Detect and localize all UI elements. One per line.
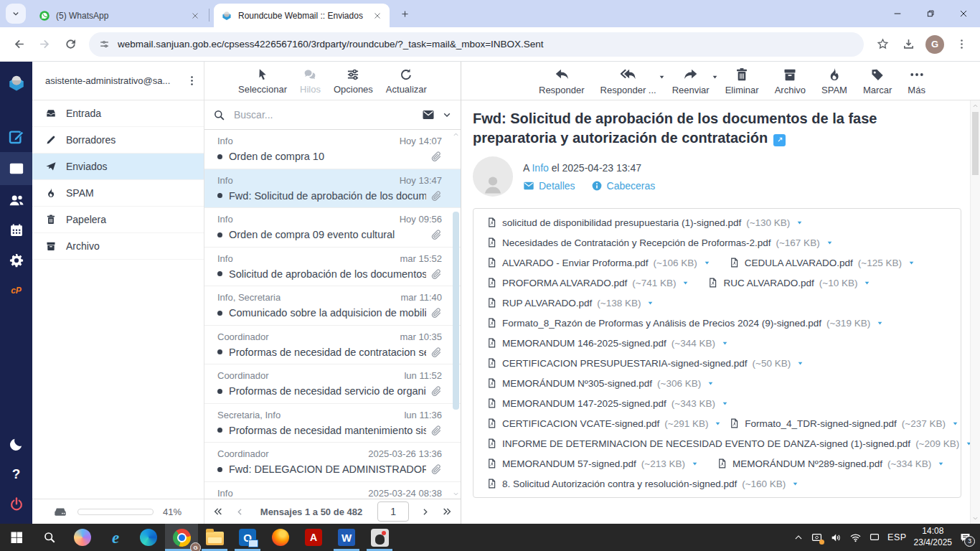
attachment-name[interactable]: MEMORANDUM 146-2025-signed.pdf xyxy=(502,338,666,349)
archivo-button[interactable]: Archivo xyxy=(775,67,806,95)
folder-item-papelera[interactable]: Papelera xyxy=(32,207,204,233)
notifications-button[interactable]: 3 xyxy=(959,532,971,544)
tab-close-icon[interactable] xyxy=(371,9,384,22)
taskbar-word-icon[interactable]: W xyxy=(330,524,363,551)
folder-item-spam[interactable]: SPAM xyxy=(32,180,204,207)
tab-close-icon[interactable] xyxy=(189,9,202,22)
scroll-up-icon[interactable] xyxy=(453,131,459,138)
cpanel-button[interactable]: cP xyxy=(0,276,32,306)
browser-tab-roundcube[interactable]: Roundcube Webmail :: Enviados xyxy=(214,4,390,27)
attachment-name[interactable]: Formato_8_Razón de Proformas y Análisis … xyxy=(502,318,821,329)
attachment-name[interactable]: CERTIFICACION VCATE-signed.pdf xyxy=(502,418,659,429)
attachment-name[interactable]: RUC ALVARADO.pdf xyxy=(723,278,814,288)
taskbar-search-icon[interactable] xyxy=(33,524,66,551)
attachment-item[interactable]: RUP ALVARADO.pdf(~138 KB) xyxy=(486,296,654,309)
last-page-button[interactable] xyxy=(441,506,453,517)
attachment-menu-icon[interactable] xyxy=(797,360,804,367)
attachment-item[interactable]: 8. Solicitud Autorización contra y resol… xyxy=(486,477,798,490)
folder-item-entrada[interactable]: Entrada xyxy=(32,100,204,127)
attachment-item[interactable]: ALVARADO - Enviar Proforma.pdf(~106 KB) xyxy=(486,256,710,269)
folder-item-borradores[interactable]: Borradores xyxy=(32,127,204,154)
browser-menu-button[interactable] xyxy=(948,32,974,57)
message-row[interactable]: Coordinadormar 10:35Proformas de necesid… xyxy=(204,326,461,365)
settings-nav-button[interactable] xyxy=(0,245,32,276)
dark-mode-button[interactable] xyxy=(0,429,32,459)
reenviar-button[interactable]: Reenviar xyxy=(672,67,710,95)
compose-button[interactable] xyxy=(0,122,32,152)
attachment-name[interactable]: CEDULA ALVARADO.pdf xyxy=(745,258,853,268)
attachment-item[interactable]: CEDULA ALVARADO.pdf(~125 KB) xyxy=(729,256,915,269)
responder-button[interactable]: Responder ... xyxy=(600,67,656,95)
attachment-item[interactable]: RUC ALVARADO.pdf(~10 KB) xyxy=(707,276,870,289)
attachment-menu-icon[interactable] xyxy=(952,420,958,427)
calendar-nav-button[interactable] xyxy=(0,215,32,245)
attachment-menu-icon[interactable] xyxy=(938,461,944,467)
message-row[interactable]: InfoHoy 14:07Orden de compra 10 xyxy=(204,130,461,169)
marcar-button[interactable]: Marcar xyxy=(863,67,892,95)
taskbar-java-app-icon[interactable] xyxy=(363,524,396,551)
clock[interactable]: 14:08 23/4/2025 xyxy=(914,526,952,548)
attachment-name[interactable]: MEMORANDUM 147-2025-signed.pdf xyxy=(502,398,666,409)
close-button[interactable] xyxy=(947,0,980,27)
taskbar-start-icon[interactable] xyxy=(0,524,33,551)
taskbar-firefox-icon[interactable] xyxy=(264,524,297,551)
attachment-name[interactable]: RUP ALVARADO.pdf xyxy=(502,298,592,309)
attachment-menu-icon[interactable] xyxy=(877,320,883,326)
attachment-name[interactable]: Necesidades de Contratación y Recepción … xyxy=(502,237,771,248)
message-row[interactable]: Coordinadorlun 11:52Proformas de necesid… xyxy=(204,364,461,404)
message-row[interactable]: Secretaria, Infolun 11:36Proformas de ne… xyxy=(204,404,461,443)
taskbar-chrome-icon[interactable]: G xyxy=(165,524,198,551)
spam-button[interactable]: SPAM xyxy=(821,67,847,95)
attachment-menu-icon[interactable] xyxy=(692,461,698,467)
logout-button[interactable] xyxy=(0,489,32,519)
attachment-menu-icon[interactable] xyxy=(722,400,728,407)
minimize-button[interactable] xyxy=(881,0,914,27)
volume-icon[interactable] xyxy=(830,532,842,544)
taskbar-file-explorer-icon[interactable] xyxy=(198,524,231,551)
open-in-new-window-icon[interactable] xyxy=(773,134,786,146)
display-icon[interactable] xyxy=(869,532,880,543)
page-number-input[interactable] xyxy=(377,501,409,522)
taskbar-outlook-icon[interactable]: O xyxy=(231,524,264,551)
scroll-down-icon[interactable] xyxy=(972,515,979,522)
más-button[interactable]: Más xyxy=(908,67,925,95)
attachment-menu-icon[interactable] xyxy=(682,280,689,286)
attachment-item[interactable]: MEMORANDUM 146-2025-signed.pdf(~344 KB) xyxy=(486,336,728,349)
folder-item-archivo[interactable]: Archivo xyxy=(32,233,204,260)
message-row[interactable]: InfoHoy 09:56Orden de compra 09 evento c… xyxy=(204,208,461,248)
profile-avatar[interactable]: G xyxy=(925,35,944,54)
search-options-icon[interactable] xyxy=(442,110,452,120)
taskbar-copilot-icon[interactable] xyxy=(66,524,99,551)
attachment-name[interactable]: solicitud de disponibilidad presupuestar… xyxy=(502,217,741,228)
list-scrollbar[interactable] xyxy=(453,131,459,497)
attachment-name[interactable]: PROFORMA ALVARADO.pdf xyxy=(502,278,627,288)
tray-expand-icon[interactable] xyxy=(793,532,804,542)
browser-tab-whatsapp[interactable]: (5) WhatsApp xyxy=(32,4,207,27)
message-row[interactable]: Coordinador2025-03-26 13:36Fwd: DELEGACI… xyxy=(204,443,461,482)
attachment-menu-icon[interactable] xyxy=(908,260,915,266)
next-page-button[interactable] xyxy=(420,507,430,517)
message-row[interactable]: Info2025-03-24 08:38 xyxy=(204,482,461,499)
keyboard-language[interactable]: ESP xyxy=(887,532,907,542)
reload-button[interactable] xyxy=(57,32,83,57)
search-scope-icon[interactable] xyxy=(422,108,435,121)
attachment-item[interactable]: Formato_4_TDR-signed-signed.pdf(~237 KB) xyxy=(729,417,948,430)
scrollbar-thumb[interactable] xyxy=(972,112,979,175)
cast-status-icon[interactable] xyxy=(811,532,823,544)
contacts-nav-button[interactable] xyxy=(0,185,32,215)
attachment-name[interactable]: MEMORÁNDUM Nº289-signed.pdf xyxy=(732,458,882,469)
attachment-menu-icon[interactable] xyxy=(715,420,721,427)
back-button[interactable] xyxy=(6,32,32,57)
bookmark-button[interactable] xyxy=(870,32,895,57)
scroll-up-icon[interactable] xyxy=(972,103,979,109)
eliminar-button[interactable]: Eliminar xyxy=(725,67,759,95)
attachment-name[interactable]: INFORME DE DETERMINACION DE NECESIDAD EV… xyxy=(502,438,910,449)
attachment-menu-icon[interactable] xyxy=(704,260,710,266)
attachment-name[interactable]: Formato_4_TDR-signed-signed.pdf xyxy=(745,418,897,429)
attachment-item[interactable]: solicitud de disponibilidad presupuestar… xyxy=(486,216,803,229)
taskbar-edge-icon[interactable] xyxy=(132,524,165,551)
taskbar-internet-explorer-icon[interactable]: e xyxy=(99,524,132,551)
dropdown-caret-icon[interactable] xyxy=(659,74,665,80)
search-input[interactable] xyxy=(232,108,415,121)
prev-page-button[interactable] xyxy=(235,507,245,517)
